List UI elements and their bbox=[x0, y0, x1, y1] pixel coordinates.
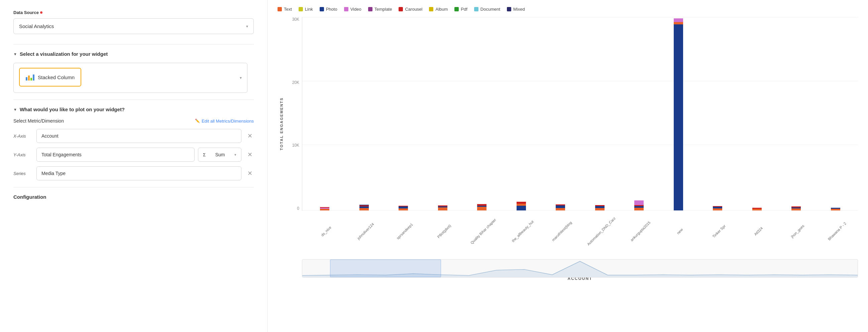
y-axis-label: Y-Axis bbox=[13, 152, 32, 157]
y-axis-clear-button[interactable]: ✕ bbox=[246, 150, 254, 159]
legend-color bbox=[299, 7, 303, 11]
bar-segment bbox=[634, 208, 644, 210]
stacked-column-icon bbox=[26, 74, 34, 80]
bar-group: Bhawana P - 2 bbox=[816, 208, 855, 210]
stacked-bar bbox=[831, 208, 840, 210]
y-axis-aggregation-dropdown[interactable]: Σ Sum ▾ bbox=[198, 147, 241, 162]
legend-label: Carousel bbox=[405, 7, 422, 12]
y-tick: 10K bbox=[292, 143, 299, 147]
agg-chevron-icon: ▾ bbox=[235, 153, 237, 157]
x-axis-row: X-Axis ✕ bbox=[13, 129, 254, 143]
legend-color bbox=[429, 7, 433, 11]
legend-label: Video bbox=[350, 7, 362, 12]
chart-plot: ds_nicejohnoliver124sprsandeep1PBot(pbot… bbox=[302, 17, 858, 211]
x-axis-label-item: new bbox=[676, 228, 684, 235]
app-container: Data Source Social Analytics ▾ ▼ Select … bbox=[0, 0, 868, 332]
viz-section-header[interactable]: ▼ Select a visualization for your widget bbox=[13, 51, 254, 57]
plot-section-header[interactable]: ▼ What would you like to plot on your wi… bbox=[13, 106, 254, 112]
y-axis-ticks: 30K20K10K0 bbox=[283, 17, 302, 211]
stacked-bar bbox=[792, 206, 801, 210]
required-indicator bbox=[40, 11, 42, 14]
viz-selector-box[interactable]: Stacked Column bbox=[19, 68, 81, 87]
x-axis-label-item: johnoliver124 bbox=[356, 222, 375, 240]
y-axis-title: TOTAL ENGAGEMENTS bbox=[278, 24, 283, 224]
legend-item-template: Template bbox=[368, 7, 392, 12]
x-axis-label-item: sprsandeep1 bbox=[396, 223, 413, 240]
x-axis-input[interactable] bbox=[36, 129, 241, 143]
section-divider bbox=[13, 44, 254, 44]
bar-group: the_allbeauty_hut bbox=[502, 202, 541, 210]
series-input[interactable] bbox=[36, 166, 241, 180]
left-panel: Data Source Social Analytics ▾ ▼ Select … bbox=[0, 0, 268, 332]
x-axis-label-item: ankurgupta2015 bbox=[629, 221, 651, 242]
x-axis-label-item: PBot(pbot) bbox=[436, 224, 452, 239]
bar-segment bbox=[713, 208, 722, 210]
stacked-bar bbox=[399, 206, 408, 210]
y-axis-input[interactable] bbox=[36, 147, 195, 162]
x-axis-label-item: maruthitest(blog bbox=[551, 221, 572, 242]
viz-dropdown-row: Stacked Column ▾ bbox=[13, 63, 247, 93]
legend-item-mixed: Mixed bbox=[507, 7, 525, 12]
legend-item-link: Link bbox=[299, 7, 313, 12]
legend-label: Photo bbox=[326, 7, 337, 12]
legend-color bbox=[399, 7, 403, 11]
plot-section: ▼ What would you like to plot on your wi… bbox=[13, 106, 254, 180]
collapse-arrow-2-icon: ▼ bbox=[13, 107, 17, 111]
x-axis-label-item: Quality Bihar chapter bbox=[470, 218, 497, 245]
data-source-label: Data Source bbox=[13, 10, 254, 15]
series-clear-button[interactable]: ✕ bbox=[246, 169, 254, 178]
bar-segment bbox=[792, 208, 801, 210]
stacked-bar bbox=[477, 204, 487, 210]
bar-segment bbox=[477, 207, 487, 210]
viz-chevron-icon: ▾ bbox=[240, 75, 242, 80]
data-source-dropdown[interactable]: Social Analytics ▾ bbox=[13, 19, 254, 34]
viz-section-title: Select a visualization for your widget bbox=[20, 51, 108, 57]
bar-segment bbox=[831, 209, 840, 210]
chart-minimap[interactable] bbox=[302, 259, 858, 277]
bar-group: ds_nice bbox=[306, 207, 344, 210]
stacked-bar bbox=[320, 207, 329, 210]
bar-segment bbox=[595, 208, 604, 210]
bar-group: PBot(pbot) bbox=[424, 205, 462, 210]
y-tick: 30K bbox=[292, 17, 299, 22]
legend-color bbox=[474, 7, 478, 11]
bar-group: Quality Bihar chapter bbox=[463, 204, 501, 210]
legend-item-pdf: Pdf bbox=[455, 7, 467, 12]
chart-legend: TextLinkPhotoVideoTemplateCarouselAlbumP… bbox=[278, 7, 858, 12]
select-metric-row: Select Metric/Dimension ✏️ Edit all Metr… bbox=[13, 118, 254, 124]
x-axis-clear-button[interactable]: ✕ bbox=[246, 132, 254, 140]
legend-item-video: Video bbox=[344, 7, 362, 12]
collapse-arrow-icon: ▼ bbox=[13, 52, 17, 56]
legend-color bbox=[278, 7, 282, 11]
bar-group: johnoliver124 bbox=[345, 205, 383, 210]
edit-metrics-link[interactable]: ✏️ Edit all Metrics/Dimensions bbox=[195, 119, 254, 124]
stacked-bar bbox=[713, 206, 722, 210]
bar-segment bbox=[360, 208, 369, 210]
right-panel: TextLinkPhotoVideoTemplateCarouselAlbumP… bbox=[268, 0, 868, 332]
legend-item-carousel: Carousel bbox=[399, 7, 422, 12]
series-label: Series bbox=[13, 171, 32, 176]
grid-line bbox=[302, 210, 858, 211]
stacked-bar bbox=[752, 208, 762, 210]
chart-area: TOTAL ENGAGEMENTS 30K20K10K0 ds_nicejohn… bbox=[278, 17, 858, 277]
legend-item-text: Text bbox=[278, 7, 292, 12]
bar-segment bbox=[674, 22, 683, 24]
legend-label: Text bbox=[284, 7, 292, 12]
data-source-value: Social Analytics bbox=[19, 23, 54, 29]
bar-segment bbox=[556, 205, 565, 208]
bar-segment bbox=[556, 208, 565, 210]
stacked-bar bbox=[517, 202, 526, 210]
y-axis-agg-label: Sum bbox=[215, 152, 225, 157]
legend-item-photo: Photo bbox=[320, 7, 337, 12]
bar-segment bbox=[634, 200, 644, 205]
x-axis-label-item: ds_nice bbox=[320, 226, 332, 237]
legend-item-album: Album bbox=[429, 7, 448, 12]
bar-group: ankurgupta2015 bbox=[620, 200, 658, 210]
bar-segment bbox=[517, 206, 526, 210]
stacked-bar bbox=[595, 205, 604, 210]
stacked-bar bbox=[556, 204, 565, 210]
bar-group: Atl324 bbox=[738, 208, 776, 210]
section-divider-2 bbox=[13, 100, 254, 100]
bar-group: maruthitest(blog bbox=[541, 204, 580, 210]
minimap-track[interactable] bbox=[330, 260, 441, 277]
